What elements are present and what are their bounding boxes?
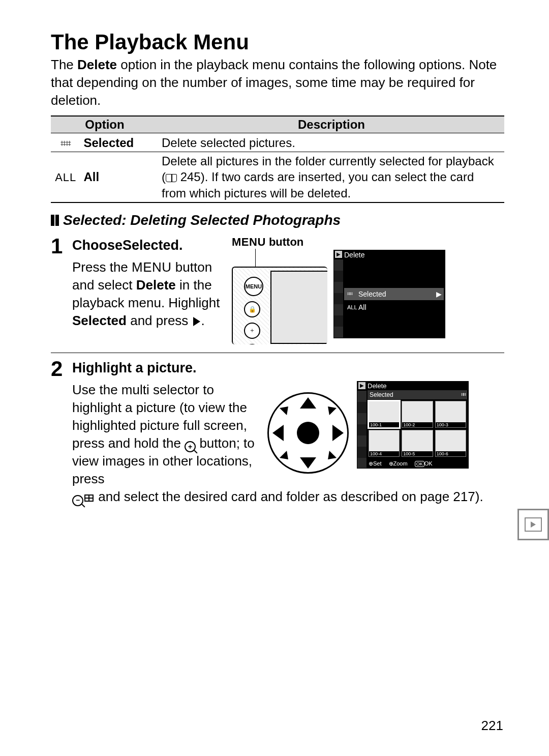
all-option-icon: ALL <box>55 171 76 184</box>
text: button <box>266 236 304 248</box>
lcd-title: Delete <box>368 382 387 390</box>
col-option: Option <box>51 116 159 133</box>
playback-icon: ▶ <box>335 251 342 258</box>
step-1: 1 Choose Selected. Press the MENU button… <box>51 230 504 353</box>
selected-option-icon: ⌗⌗ <box>347 291 358 297</box>
camera-zoomout-button-icon: − <box>244 344 260 344</box>
text-bold: Selected <box>123 238 179 253</box>
camera-zoomin-button-icon: ＋ <box>244 323 260 339</box>
text-bold: Delete <box>136 277 176 293</box>
section-title: Selected: Deleting Selected Photographs <box>63 212 341 228</box>
text: Press the <box>72 259 132 275</box>
thumbnail: 100-6 <box>435 430 466 457</box>
option-desc: Delete selected pictures. <box>159 133 504 152</box>
lcd-option-all: ALL All <box>344 301 444 313</box>
thumbnail-label: 100-6 <box>436 451 466 456</box>
thumbnail-label: 100-2 <box>402 422 432 427</box>
hint-ok: OKOK <box>415 460 433 467</box>
table-row: ALL All Delete all pictures in the folde… <box>51 152 504 202</box>
step-number: 2 <box>51 358 72 506</box>
thumbnail: 100-3 <box>435 401 466 428</box>
page-number: 221 <box>481 718 503 734</box>
page-title: The Playback Menu <box>51 31 504 54</box>
step-2-body-2: − and select the desired card and folder… <box>72 488 504 506</box>
lcd-screenshot-thumbnails: ▶ Delete Selected ⌗⌗ 100-1 100-2 100-3 <box>357 381 469 469</box>
intro-paragraph: The Delete option in the playback menu c… <box>51 56 504 109</box>
step-1-heading: Choose Selected. <box>72 238 225 253</box>
text-bold: Selected <box>72 313 127 328</box>
right-arrow-icon: ▶ <box>436 290 442 298</box>
option-desc: Delete all pictures in the folder curren… <box>159 152 504 202</box>
lcd-title: Delete <box>344 251 364 259</box>
lcd-option-label: All <box>358 303 367 311</box>
lcd-sidebar <box>357 391 367 468</box>
step-1-body: Press the MENU button and select Delete … <box>72 258 225 330</box>
playback-icon: ▶ <box>358 382 365 389</box>
text: Choose <box>72 238 123 253</box>
text: MENU <box>232 236 266 248</box>
thumbnail-label: 100-1 <box>369 422 399 427</box>
table-row: ⌗⌗ Selected Delete selected pictures. <box>51 133 504 152</box>
text: The <box>51 57 77 72</box>
text: Selected <box>370 390 393 399</box>
section-heading: Selected: Deleting Selected Photographs <box>51 212 504 228</box>
thumbnail: 100-1 <box>369 401 400 428</box>
step-number: 1 <box>51 236 72 344</box>
col-description: Description <box>159 116 504 133</box>
manual-ref-icon <box>166 174 177 182</box>
thumbnail: 100-4 <box>369 430 400 457</box>
manual-page: The Playback Menu The Delete option in t… <box>0 0 549 756</box>
menu-button-glyph: MENU <box>132 259 172 275</box>
thumbnail: 100-5 <box>402 430 433 457</box>
lcd-subtitle: Selected ⌗⌗ <box>368 390 467 399</box>
lcd-option-label: Selected <box>358 290 386 298</box>
section-bars-icon <box>51 215 59 226</box>
camera-lock-button-icon: 🔒 <box>244 301 260 317</box>
text: 245). If two cards are inserted, you can… <box>162 170 474 199</box>
thumbnail-label: 100-3 <box>436 422 466 427</box>
selected-option-icon: ⌗⌗ <box>60 138 71 150</box>
right-arrow-icon <box>192 313 201 328</box>
all-option-icon: ALL <box>347 304 358 310</box>
lcd-sidebar <box>334 259 343 338</box>
lcd-screenshot-delete-menu: ▶ Delete ⌗⌗ Selected ▶ ALL All <box>333 250 445 338</box>
step-2-body-1: Use the multi selector to highlight a pi… <box>72 381 260 488</box>
lcd-hint-bar: ⊕Set ⊕Zoom OKOK <box>369 460 466 467</box>
thumbnail: 100-2 <box>402 401 433 428</box>
camera-illustration: MENU 🔒 ＋ − <box>232 249 327 344</box>
lcd-option-selected: ⌗⌗ Selected ▶ <box>344 288 444 300</box>
text: and select the desired card and folder a… <box>98 489 483 504</box>
text: option in the playback menu contains the… <box>51 57 497 108</box>
zoom-out-icon: − <box>72 495 83 506</box>
multi-selector-illustration <box>267 392 349 474</box>
text: and press <box>127 313 192 328</box>
thumbnail-grid-icon <box>84 495 94 502</box>
selected-option-icon: ⌗⌗ <box>461 390 465 399</box>
text-bold: Delete <box>77 57 117 72</box>
step-1-figure: MENU button MENU 🔒 ＋ <box>232 236 504 344</box>
playback-icon <box>525 517 542 532</box>
camera-menu-button-icon: MENU <box>244 277 263 296</box>
thumbnail-label: 100-5 <box>402 451 432 456</box>
playback-section-badge <box>517 509 549 540</box>
text: . <box>179 238 183 253</box>
zoom-in-icon: + <box>185 441 196 452</box>
option-label: Selected <box>84 136 134 150</box>
thumbnail-label: 100-4 <box>369 451 399 456</box>
hint-zoom: ⊕Zoom <box>389 460 408 467</box>
menu-button-caption: MENU button <box>232 236 327 249</box>
step-2-heading: Highlight a picture. <box>72 360 504 376</box>
option-label: All <box>84 170 100 184</box>
hint-set: ⊕Set <box>369 460 382 467</box>
step-2: 2 Highlight a picture. Use the multi sel… <box>51 353 504 514</box>
options-table: Option Description ⌗⌗ Selected Delete se… <box>51 115 504 202</box>
